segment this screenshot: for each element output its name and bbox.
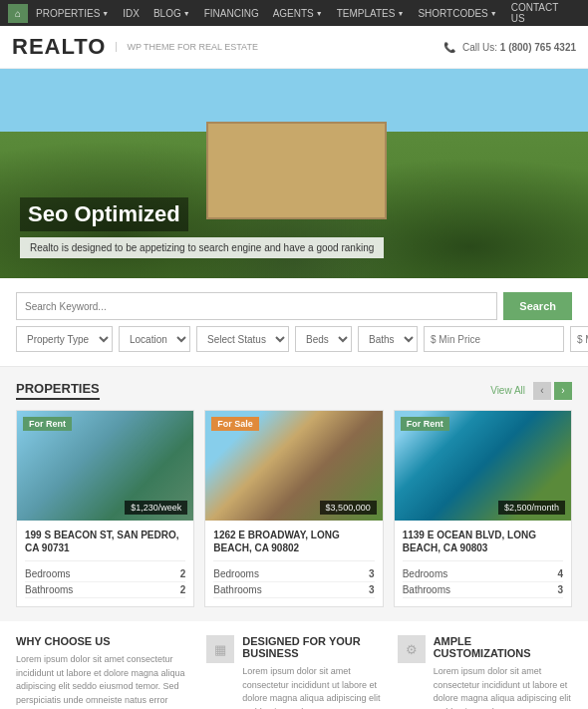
- bathrooms-label: Bathrooms: [25, 584, 73, 595]
- status-select[interactable]: Select Status: [196, 326, 289, 352]
- site-header: REALTO WP THEME FOR REAL ESTATE 📞 Call U…: [0, 26, 588, 69]
- phone-icon: 📞: [443, 42, 455, 53]
- bedrooms-row: Bedrooms 2: [25, 566, 185, 582]
- bathrooms-value: 3: [369, 584, 375, 595]
- property-card[interactable]: For Rent $1,230/week 199 S BEACON ST, SA…: [16, 410, 194, 607]
- nav-blog[interactable]: BLOG ▼: [147, 4, 196, 23]
- dropdown-arrow-icon: ▼: [316, 10, 323, 17]
- feature-designed: ▦ DESIGNED FOR YOUR BUSINESS Lorem ipsum…: [206, 635, 381, 709]
- property-details: Bedrooms 3 Bathrooms 3: [213, 560, 374, 598]
- feature-text: Lorem ipsum dolor sit amet consectetur i…: [16, 653, 190, 709]
- property-card[interactable]: For Sale $3,500,000 1262 E BROADWAY, LON…: [204, 410, 383, 607]
- site-tagline: WP THEME FOR REAL ESTATE: [116, 42, 258, 52]
- navigation: ⌂ PROPERTIES ▼ IDX BLOG ▼ FINANCING AGEN…: [0, 0, 588, 26]
- feature-customizations: ⚙ AMPLE CUSTOMIZATIONS Lorem ipsum dolor…: [398, 635, 572, 709]
- dropdown-arrow-icon: ▼: [102, 10, 109, 17]
- search-input[interactable]: [16, 292, 497, 320]
- baths-select[interactable]: Baths: [358, 326, 418, 352]
- property-price: $3,500,000: [320, 501, 377, 515]
- bedrooms-value: 4: [557, 568, 563, 579]
- section-header: PROPERTIES View All ‹ ›: [16, 381, 572, 400]
- bedrooms-value: 3: [369, 568, 375, 579]
- properties-grid: For Rent $1,230/week 199 S BEACON ST, SA…: [16, 410, 572, 607]
- bedrooms-label: Bedrooms: [25, 568, 71, 579]
- nav-agents[interactable]: AGENTS ▼: [267, 4, 329, 23]
- phone-label: Call Us:: [462, 42, 497, 53]
- nav-financing[interactable]: FINANCING: [198, 4, 265, 23]
- nav-shortcodes[interactable]: SHORTCODES ▼: [412, 4, 502, 23]
- property-type-select[interactable]: Property Type: [16, 326, 113, 352]
- property-info: 1139 E OCEAN BLVD, LONG BEACH, CA 90803 …: [395, 521, 571, 606]
- max-price-input[interactable]: [570, 326, 588, 352]
- bathrooms-row: Bathrooms 3: [213, 582, 374, 598]
- bedrooms-label: Bedrooms: [403, 568, 448, 579]
- hero-section: Seo Optimized Realto is designed to be a…: [0, 69, 588, 278]
- features-section: WHY CHOOSE US Lorem ipsum dolor sit amet…: [0, 621, 588, 709]
- properties-section: PROPERTIES View All ‹ › For Rent $1,230/…: [0, 367, 588, 621]
- beds-select[interactable]: Beds: [295, 326, 352, 352]
- feature-title: DESIGNED FOR YOUR BUSINESS: [242, 635, 381, 659]
- feature-title: WHY CHOOSE US: [16, 635, 190, 647]
- property-info: 1262 E BROADWAY, LONG BEACH, CA 90802 Be…: [205, 521, 382, 606]
- property-badge: For Rent: [23, 417, 72, 431]
- nav-templates[interactable]: TEMPLATES ▼: [331, 4, 411, 23]
- bathrooms-value: 2: [180, 584, 186, 595]
- bedrooms-label: Bedrooms: [213, 568, 259, 579]
- bathrooms-row: Bathrooms 3: [403, 582, 563, 598]
- nav-idx[interactable]: IDX: [117, 4, 146, 23]
- bathrooms-value: 3: [557, 584, 563, 595]
- property-image: For Sale $3,500,000: [205, 411, 382, 521]
- features-grid: WHY CHOOSE US Lorem ipsum dolor sit amet…: [16, 635, 572, 709]
- search-row-main: Search: [16, 292, 572, 320]
- site-logo: REALTO: [12, 34, 106, 60]
- bathrooms-label: Bathrooms: [213, 584, 261, 595]
- bathrooms-label: Bathrooms: [403, 584, 450, 595]
- property-price: $2,500/month: [498, 501, 565, 515]
- dropdown-arrow-icon: ▼: [490, 10, 497, 17]
- dropdown-arrow-icon: ▼: [397, 10, 404, 17]
- hero-subtitle: Realto is designed to be appetizing to s…: [20, 237, 384, 258]
- property-address: 1139 E OCEAN BLVD, LONG BEACH, CA 90803: [403, 529, 563, 554]
- hero-title: Seo Optimized: [20, 197, 188, 231]
- bedrooms-value: 2: [180, 568, 186, 579]
- property-nav-arrows: ‹ ›: [533, 382, 572, 400]
- location-select[interactable]: Location: [119, 326, 190, 352]
- property-info: 199 S BEACON ST, SAN PEDRO, CA 90731 Bed…: [17, 521, 193, 606]
- feature-text: Lorem ipsum dolor sit amet consectetur i…: [242, 665, 381, 709]
- bathrooms-row: Bathrooms 2: [25, 582, 185, 598]
- property-badge: For Sale: [211, 417, 259, 431]
- phone-number: 1 (800) 765 4321: [500, 42, 576, 53]
- gear-icon: ⚙: [398, 635, 426, 663]
- search-section: Search Property Type Location Select Sta…: [0, 278, 588, 367]
- section-title: PROPERTIES: [16, 381, 100, 400]
- nav-contact[interactable]: CONTACT US: [505, 0, 580, 28]
- property-address: 1262 E BROADWAY, LONG BEACH, CA 90802: [213, 529, 374, 554]
- property-details: Bedrooms 2 Bathrooms 2: [25, 560, 185, 598]
- next-arrow[interactable]: ›: [554, 382, 572, 400]
- property-badge: For Rent: [401, 417, 449, 431]
- search-button[interactable]: Search: [503, 292, 572, 320]
- property-price: $1,230/week: [125, 501, 187, 515]
- hero-overlay: Seo Optimized Realto is designed to be a…: [0, 181, 588, 278]
- search-row-filters: Property Type Location Select Status Bed…: [16, 326, 572, 352]
- view-all-link[interactable]: View All: [490, 385, 525, 396]
- bedrooms-row: Bedrooms 4: [403, 566, 563, 582]
- home-nav-button[interactable]: ⌂: [8, 4, 28, 23]
- bedrooms-row: Bedrooms 3: [213, 566, 374, 582]
- feature-text: Lorem ipsum dolor sit amet consectetur i…: [434, 665, 572, 709]
- nav-properties[interactable]: PROPERTIES ▼: [30, 4, 115, 23]
- feature-why-choose: WHY CHOOSE US Lorem ipsum dolor sit amet…: [16, 635, 190, 709]
- property-image: For Rent $2,500/month: [395, 411, 571, 521]
- min-price-input[interactable]: [424, 326, 564, 352]
- prev-arrow[interactable]: ‹: [533, 382, 551, 400]
- header-phone: 📞 Call Us: 1 (800) 765 4321: [443, 42, 576, 53]
- property-details: Bedrooms 4 Bathrooms 3: [403, 560, 563, 598]
- feature-title: AMPLE CUSTOMIZATIONS: [434, 635, 572, 659]
- property-card[interactable]: For Rent $2,500/month 1139 E OCEAN BLVD,…: [394, 410, 572, 607]
- property-address: 199 S BEACON ST, SAN PEDRO, CA 90731: [25, 529, 185, 554]
- property-image: For Rent $1,230/week: [17, 411, 193, 521]
- building-icon: ▦: [206, 635, 234, 663]
- dropdown-arrow-icon: ▼: [183, 10, 190, 17]
